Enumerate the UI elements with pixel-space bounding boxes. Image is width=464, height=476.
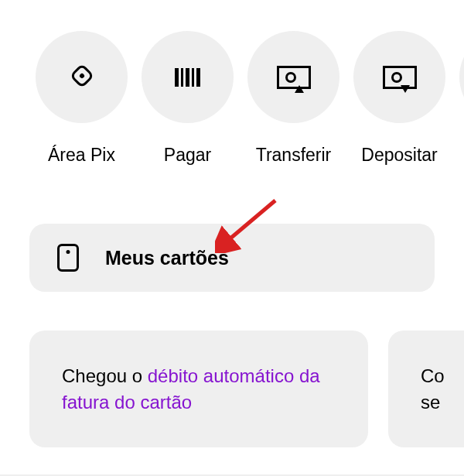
pix-icon: [67, 60, 97, 94]
action-pix[interactable]: Área Pix: [36, 31, 128, 166]
quick-actions-row: Área Pix Pagar Transferir Depositar R: [0, 0, 464, 166]
svg-point-1: [78, 72, 84, 78]
info-card-text: Co se: [421, 363, 449, 415]
action-depositar[interactable]: Depositar: [353, 31, 445, 166]
info-card-partial[interactable]: Co se: [388, 330, 464, 447]
my-cards-button[interactable]: Meus cartões: [29, 224, 435, 292]
action-transferir[interactable]: Transferir: [247, 31, 339, 166]
action-label: Área Pix: [48, 145, 115, 166]
info-card[interactable]: Chegou o débito automático da fatura do …: [29, 330, 368, 447]
my-cards-label: Meus cartões: [105, 247, 229, 269]
barcode-icon: [175, 68, 200, 87]
action-label: Pagar: [164, 145, 211, 166]
action-circle: [353, 31, 445, 123]
info-card-text: Chegou o débito automático da fatura do …: [62, 363, 336, 415]
info-cards-row: Chegou o débito automático da fatura do …: [0, 292, 464, 447]
action-circle: [459, 31, 464, 123]
action-pagar[interactable]: Pagar: [142, 31, 234, 166]
action-label: Depositar: [361, 145, 437, 166]
info-line: se: [421, 392, 440, 413]
transfer-out-icon: [277, 66, 311, 89]
action-circle: [247, 31, 339, 123]
info-prefix: Chegou o: [62, 365, 148, 386]
action-circle: [142, 31, 234, 123]
action-label: Transferir: [256, 145, 332, 166]
action-circle: [36, 31, 128, 123]
action-next-partial[interactable]: R: [459, 31, 464, 166]
card-icon: [57, 244, 79, 272]
info-line: Co: [421, 365, 445, 386]
transfer-in-icon: [383, 66, 417, 89]
